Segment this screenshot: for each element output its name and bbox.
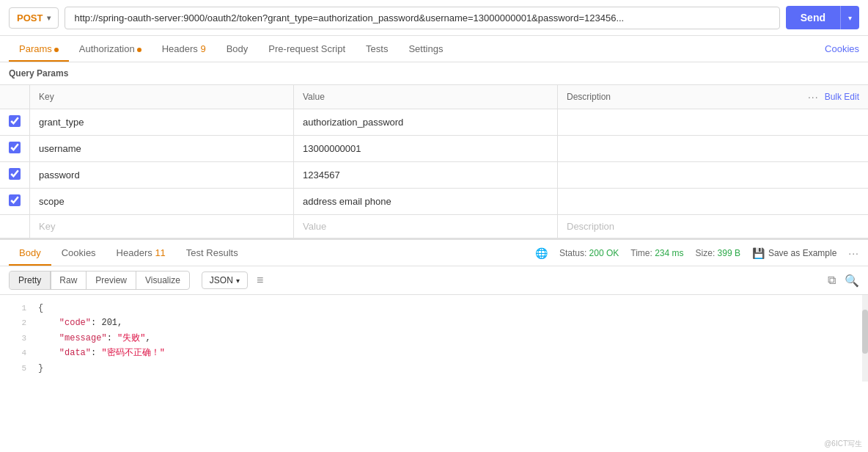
- col-checkbox: [0, 85, 30, 109]
- query-params-label: Query Params: [0, 62, 868, 84]
- url-input[interactable]: [65, 7, 779, 29]
- format-raw-button[interactable]: Raw: [51, 271, 87, 289]
- bulk-edit-label[interactable]: Bulk Edit: [825, 92, 859, 102]
- response-tabs-bar: Body Cookies Headers 11 Test Results 🌐 S…: [0, 240, 868, 266]
- send-chevron-button[interactable]: ▾: [840, 6, 859, 29]
- row4-value[interactable]: address email phone: [294, 189, 558, 215]
- auth-dot: [137, 48, 141, 52]
- tab-settings[interactable]: Settings: [398, 36, 453, 62]
- row1-desc[interactable]: [558, 109, 869, 136]
- response-tab-headers[interactable]: Headers 11: [106, 240, 176, 266]
- params-table: Key Value Description ··· Bulk Edit gran…: [0, 84, 868, 238]
- row2-value[interactable]: 13000000001: [294, 136, 558, 162]
- watermark: @6ICT写生: [824, 439, 862, 449]
- table-row: username 13000000001: [0, 136, 868, 162]
- format-preview-button[interactable]: Preview: [87, 271, 136, 289]
- col-value: Value: [294, 85, 558, 109]
- code-line-4: 4 "data": "密码不正确！": [0, 346, 868, 360]
- request-tabs: Params Authorization Headers 9 Body Pre-…: [0, 36, 868, 62]
- save-icon: 💾: [752, 247, 765, 259]
- table-row: grant_type authorization_password: [0, 109, 868, 136]
- json-format-selector[interactable]: JSON ▾: [202, 271, 248, 289]
- row2-checkbox[interactable]: [9, 142, 21, 153]
- row1-value[interactable]: authorization_password: [294, 109, 558, 136]
- empty-desc[interactable]: Description: [558, 215, 869, 238]
- bulk-edit-dots-icon[interactable]: ···: [808, 91, 819, 103]
- globe-icon: 🌐: [535, 247, 548, 259]
- col-key: Key: [30, 85, 294, 109]
- copy-icon[interactable]: ⧉: [828, 274, 836, 287]
- code-line-3: 3 "message": "失败",: [0, 331, 868, 346]
- table-row-empty: Key Value Description: [0, 215, 868, 238]
- row4-desc[interactable]: [558, 189, 869, 215]
- code-content: 1 { 2 "code": 201, 3 "message": "失败", 4: [0, 295, 868, 382]
- row3-value[interactable]: 1234567: [294, 162, 558, 189]
- code-line-5: 5 }: [0, 361, 868, 376]
- method-selector[interactable]: POST ▾: [9, 7, 59, 29]
- cookies-link[interactable]: Cookies: [825, 43, 859, 54]
- send-button-group: Send ▾: [786, 6, 859, 29]
- response-body: 1 { 2 "code": 201, 3 "message": "失败", 4: [0, 295, 868, 382]
- scrollbar-track: [862, 295, 868, 382]
- col-description: Description ··· Bulk Edit: [558, 85, 869, 109]
- code-line-1: 1 {: [0, 301, 868, 316]
- response-section: Body Cookies Headers 11 Test Results 🌐 S…: [0, 238, 868, 382]
- search-icon[interactable]: 🔍: [845, 274, 859, 288]
- row2-desc[interactable]: [558, 136, 869, 162]
- table-row: password 1234567: [0, 162, 868, 189]
- params-dot: [54, 48, 59, 52]
- format-bar: Pretty Raw Preview Visualize JSON ▾ ≡ ⧉ …: [0, 266, 868, 295]
- size-label: Size: 399 B: [696, 248, 740, 258]
- format-pretty-button[interactable]: Pretty: [10, 271, 51, 289]
- empty-key[interactable]: Key: [30, 215, 294, 238]
- response-meta: 🌐 Status: 200 OK Time: 234 ms Size: 399 …: [535, 247, 859, 259]
- response-tab-body[interactable]: Body: [9, 240, 51, 266]
- response-tab-test-results[interactable]: Test Results: [176, 240, 249, 266]
- table-row: scope address email phone: [0, 189, 868, 215]
- row3-key[interactable]: password: [30, 162, 294, 189]
- wrap-icon[interactable]: ≡: [257, 274, 263, 287]
- send-button[interactable]: Send: [786, 6, 840, 29]
- request-bar: POST ▾ Send ▾: [0, 0, 868, 36]
- row2-key[interactable]: username: [30, 136, 294, 162]
- empty-value[interactable]: Value: [294, 215, 558, 238]
- row1-checkbox[interactable]: [9, 115, 21, 127]
- tab-authorization[interactable]: Authorization: [69, 36, 152, 62]
- tab-body[interactable]: Body: [216, 36, 259, 62]
- time-label: Time: 234 ms: [630, 248, 683, 258]
- code-line-2: 2 "code": 201,: [0, 316, 868, 330]
- more-options-button[interactable]: ···: [848, 247, 859, 259]
- row3-checkbox[interactable]: [9, 168, 21, 180]
- json-chevron-icon: ▾: [236, 277, 240, 285]
- tab-params[interactable]: Params: [9, 36, 69, 62]
- format-visualize-button[interactable]: Visualize: [136, 271, 189, 289]
- tab-tests[interactable]: Tests: [356, 36, 398, 62]
- method-label: POST: [17, 12, 43, 23]
- method-chevron-icon: ▾: [47, 14, 51, 22]
- row1-key[interactable]: grant_type: [30, 109, 294, 136]
- status-label: Status: 200 OK: [559, 248, 619, 258]
- format-button-group: Pretty Raw Preview Visualize: [9, 271, 190, 290]
- response-tab-cookies[interactable]: Cookies: [51, 240, 106, 266]
- row4-key[interactable]: scope: [30, 189, 294, 215]
- save-as-example-button[interactable]: 💾 Save as Example: [752, 247, 836, 259]
- row4-checkbox[interactable]: [9, 194, 21, 206]
- scrollbar-thumb[interactable]: [862, 310, 868, 354]
- tab-headers[interactable]: Headers 9: [152, 36, 216, 62]
- row3-desc[interactable]: [558, 162, 869, 189]
- tab-prerequest[interactable]: Pre-request Script: [258, 36, 356, 62]
